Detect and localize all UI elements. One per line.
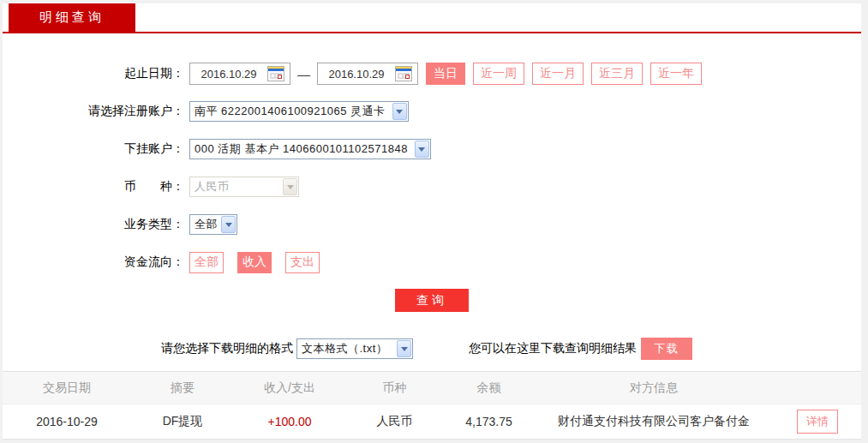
fund-flow-row: 资金流向： 全部 收入 支出 [3,251,861,273]
quick-range-month-button[interactable]: 近一月 [532,63,584,85]
cell-amount: +100.00 [234,415,345,428]
chevron-down-icon [415,141,429,158]
business-type-value: 全部 [195,217,218,232]
register-account-select[interactable]: 南平 6222001406100921065 灵通卡 [189,101,409,122]
detail-button[interactable]: 详情 [797,410,838,434]
fund-flow-label: 资金流向： [3,254,184,270]
cell-summary: DF提现 [131,414,234,429]
download-button[interactable]: 下载 [641,338,692,360]
end-date-input[interactable] [318,68,395,81]
download-format-select[interactable]: 文本格式（.txt） [296,338,413,359]
cell-currency: 人民币 [345,414,444,429]
tab-detail-query[interactable]: 明细查询 [9,3,135,32]
chevron-down-icon [221,216,236,233]
sub-account-select[interactable]: 000 活期 基本户 1406600101102571848 [189,139,431,159]
currency-label: 币 种： [3,179,184,195]
fund-flow-all-button[interactable]: 全部 [189,252,224,273]
register-account-label: 请选择注册账户： [3,104,184,119]
sub-account-label: 下挂账户： [3,141,184,157]
register-account-value: 南平 6222001406100921065 灵通卡 [195,104,386,119]
table-row: 2016-10-29 DF提现 +100.00 人民币 4,173.75 财付通… [3,404,861,440]
cell-counterparty: 财付通支付科技有限公司客户备付金 [534,414,774,429]
currency-select: 人民币 [189,177,299,197]
register-account-row: 请选择注册账户： 南平 6222001406100921065 灵通卡 [3,100,861,123]
business-type-label: 业务类型： [3,217,184,232]
chevron-down-icon [283,178,297,195]
detail-query-page: 明细查询 起止日期： — [0,0,868,443]
start-date-input[interactable] [190,68,267,81]
chevron-down-icon [392,103,407,120]
calendar-icon[interactable] [267,66,284,81]
header-date: 交易日期 [3,380,131,396]
sub-account-value: 000 活期 基本户 1406600101102571848 [195,141,408,157]
header-summary: 摘要 [131,380,234,396]
cell-balance: 4,173.75 [444,415,534,428]
date-separator: — [297,67,310,81]
download-format-value: 文本格式（.txt） [302,341,387,356]
fund-flow-income-button[interactable]: 收入 [237,252,272,273]
query-button[interactable]: 查询 [395,289,469,312]
date-range-label: 起止日期： [3,66,184,81]
fund-flow-expense-button[interactable]: 支出 [285,252,320,273]
business-type-row: 业务类型： 全部 [3,213,861,236]
end-date-box [317,63,418,85]
start-date-box [189,63,290,85]
currency-value: 人民币 [195,179,230,195]
header-counterparty: 对方信息 [534,380,774,396]
quick-range-year-button[interactable]: 近一年 [650,63,702,85]
header-balance: 余额 [444,380,534,396]
download-row: 请您选择下载明细的格式 文本格式（.txt） 您可以在这里下载查询明细结果 下载 [161,338,861,360]
header-currency: 币种 [345,380,444,396]
chevron-down-icon [397,340,411,357]
quick-range-quarter-button[interactable]: 近三月 [591,63,643,85]
sub-account-row: 下挂账户： 000 活期 基本户 1406600101102571848 [3,138,861,160]
content-panel: 明细查询 起止日期： — [3,3,861,439]
currency-row: 币 种： 人民币 [3,176,861,198]
table-header-row: 交易日期 摘要 收入/支出 币种 余额 对方信息 [3,372,861,404]
results-table: 交易日期 摘要 收入/支出 币种 余额 对方信息 2016-10-29 DF提现… [3,371,861,440]
cell-date: 2016-10-29 [3,415,131,428]
download-hint: 您可以在这里下载查询明细结果 [469,341,637,356]
quick-range-today-button[interactable]: 当日 [426,63,465,85]
calendar-icon[interactable] [395,66,412,81]
date-range-row: 起止日期： — 当日 [3,63,861,85]
header-amount: 收入/支出 [234,380,345,396]
quick-range-week-button[interactable]: 近一周 [473,63,524,85]
business-type-select[interactable]: 全部 [189,214,237,235]
tab-underline [3,32,861,33]
query-form: 起止日期： — 当日 [3,63,861,312]
download-format-label: 请您选择下载明细的格式 [161,341,293,356]
